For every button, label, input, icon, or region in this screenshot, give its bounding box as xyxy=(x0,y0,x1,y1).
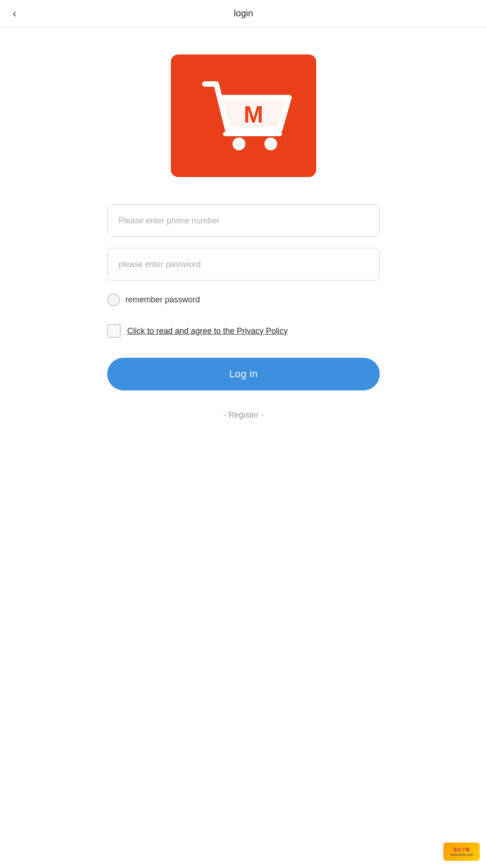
svg-point-1 xyxy=(233,138,245,150)
register-link[interactable]: - Register - xyxy=(107,410,380,420)
watermark: 彩虹下载 www.ibow.com xyxy=(443,843,480,861)
cart-logo-icon: M xyxy=(191,70,296,161)
page-title: login xyxy=(234,8,253,19)
header: ‹ login xyxy=(0,0,487,27)
remember-radio[interactable] xyxy=(107,293,120,306)
logo-container: M xyxy=(171,54,316,177)
back-button[interactable]: ‹ xyxy=(9,4,20,24)
svg-point-2 xyxy=(264,138,277,150)
password-input[interactable] xyxy=(107,248,380,281)
privacy-row: Click to read and agree to the Privacy P… xyxy=(107,322,380,340)
svg-text:M: M xyxy=(244,101,263,128)
main-content: M remember password Click to read and ag… xyxy=(0,27,487,438)
privacy-checkbox[interactable] xyxy=(107,324,121,338)
phone-input[interactable] xyxy=(107,204,380,237)
privacy-link[interactable]: Click to read and agree to the Privacy P… xyxy=(127,326,288,336)
remember-password-row: remember password xyxy=(107,291,380,308)
form-container: remember password Click to read and agre… xyxy=(107,204,380,420)
remember-label: remember password xyxy=(125,295,200,305)
login-button[interactable]: Log in xyxy=(107,358,380,390)
